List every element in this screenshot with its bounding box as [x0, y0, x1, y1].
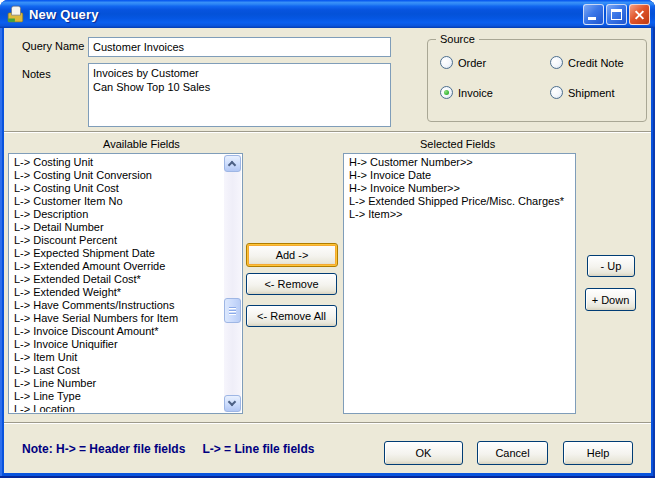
close-button[interactable] [629, 4, 650, 25]
help-button[interactable]: Help [563, 441, 633, 465]
list-item[interactable]: L-> Invoice Uniquifier [10, 338, 224, 351]
list-item[interactable]: L-> Extended Weight* [10, 286, 224, 299]
radio-shipment-label: Shipment [568, 87, 614, 99]
selected-fields-list[interactable]: H-> Customer Number>>H-> Invoice DateH->… [343, 153, 576, 414]
list-item[interactable]: L-> Location [10, 403, 224, 412]
maximize-button[interactable] [606, 4, 627, 25]
remove-button[interactable]: <- Remove [246, 273, 337, 295]
maximize-icon [611, 9, 622, 20]
scroll-thumb[interactable] [224, 298, 241, 323]
radio-icon [440, 56, 453, 69]
source-legend: Source [436, 33, 479, 45]
radio-credit-note[interactable]: Credit Note [550, 56, 624, 69]
available-fields-list[interactable]: L-> Costing UnitL-> Costing Unit Convers… [8, 153, 243, 414]
note-header-fields: Note: H-> = Header file fields [22, 442, 185, 456]
list-item[interactable]: L-> Extended Amount Override [10, 260, 224, 273]
radio-icon [550, 56, 563, 69]
dialog-body: Query Name Notes Source Order Credit Not… [4, 28, 651, 473]
query-window-icon [7, 5, 25, 23]
bottom-divider [4, 422, 651, 424]
list-item[interactable]: L-> Last Cost [10, 364, 224, 377]
available-fields-label: Available Fields [103, 138, 180, 150]
notes-textarea[interactable] [88, 63, 391, 127]
radio-icon [550, 86, 563, 99]
new-query-dialog: New Query Query Name Notes Source Order … [0, 0, 655, 478]
minimize-button[interactable] [583, 4, 604, 25]
down-button[interactable]: + Down [585, 288, 636, 311]
list-item[interactable]: L-> Costing Unit Cost [10, 182, 224, 195]
list-item[interactable]: L-> Line Type [10, 390, 224, 403]
ok-button[interactable]: OK [384, 441, 463, 465]
query-name-label: Query Name [22, 40, 84, 52]
list-item[interactable]: L-> Detail Number [10, 221, 224, 234]
legend-note: Note: H-> = Header file fields L-> = Lin… [22, 442, 314, 456]
radio-credit-note-label: Credit Note [568, 57, 624, 69]
thumb-grip-icon [229, 307, 236, 316]
radio-invoice[interactable]: Invoice [440, 86, 493, 99]
chevron-down-icon [228, 398, 236, 406]
title-bar[interactable]: New Query [0, 0, 655, 28]
chevron-up-icon [228, 161, 236, 169]
list-item[interactable]: L-> Line Number [10, 377, 224, 390]
list-item[interactable]: H-> Invoice Number>> [345, 182, 574, 195]
list-item[interactable]: L-> Item Unit [10, 351, 224, 364]
notes-label: Notes [22, 68, 51, 80]
window-controls [583, 4, 650, 25]
radio-order-label: Order [458, 57, 486, 69]
list-item[interactable]: L-> Item>> [345, 208, 574, 221]
remove-all-button[interactable]: <- Remove All [246, 305, 337, 327]
radio-invoice-label: Invoice [458, 87, 493, 99]
selected-fields-label: Selected Fields [420, 138, 495, 150]
list-item[interactable]: L-> Expected Shipment Date [10, 247, 224, 260]
up-button[interactable]: - Up [587, 255, 635, 277]
list-item[interactable]: L-> Have Serial Numbers for Item [10, 312, 224, 325]
window-title: New Query [29, 7, 99, 22]
note-line-fields: L-> = Line file fields [202, 442, 314, 456]
add-button[interactable]: Add -> [246, 243, 338, 267]
list-item[interactable]: H-> Customer Number>> [345, 156, 574, 169]
radio-icon [440, 86, 453, 99]
list-item[interactable]: H-> Invoice Date [345, 169, 574, 182]
list-item[interactable]: L-> Costing Unit Conversion [10, 169, 224, 182]
list-item[interactable]: L-> Discount Percent [10, 234, 224, 247]
top-divider [4, 131, 651, 133]
radio-shipment[interactable]: Shipment [550, 86, 614, 99]
available-fields-scrollbar[interactable] [224, 155, 241, 412]
list-item[interactable]: L-> Extended Shipped Price/Misc. Charges… [345, 195, 574, 208]
list-item[interactable]: L-> Costing Unit [10, 156, 224, 169]
query-name-input[interactable] [88, 37, 391, 57]
list-item[interactable]: L-> Customer Item No [10, 195, 224, 208]
list-item[interactable]: L-> Have Comments/Instructions [10, 299, 224, 312]
list-item[interactable]: L-> Invoice Discount Amount* [10, 325, 224, 338]
source-groupbox: Source Order Credit Note Invoice Shipmen… [427, 39, 647, 122]
cancel-button[interactable]: Cancel [477, 441, 548, 465]
scroll-down-button[interactable] [224, 395, 241, 412]
scroll-up-button[interactable] [224, 155, 241, 172]
minimize-icon [588, 17, 596, 20]
list-item[interactable]: L-> Description [10, 208, 224, 221]
radio-order[interactable]: Order [440, 56, 486, 69]
list-item[interactable]: L-> Extended Detail Cost* [10, 273, 224, 286]
